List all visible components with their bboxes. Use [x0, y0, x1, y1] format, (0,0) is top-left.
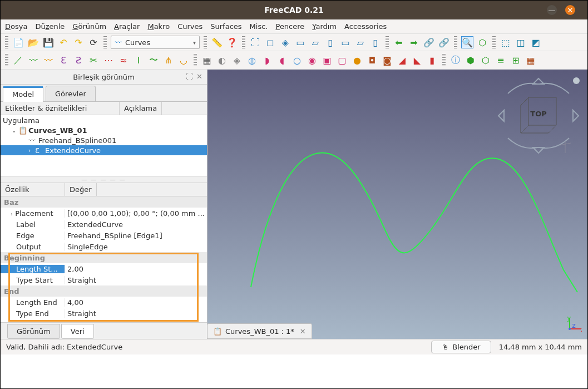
solid-icon[interactable]: ⬢: [465, 54, 477, 66]
menu-accessories[interactable]: Accessories: [344, 22, 387, 31]
menu-macro[interactable]: Makro: [147, 22, 170, 31]
minimize-button[interactable]: —: [547, 5, 557, 15]
left-view-icon[interactable]: ▯: [369, 36, 382, 48]
interpolate-icon[interactable]: ⵏ: [132, 54, 145, 66]
gordon-icon[interactable]: ◉: [306, 54, 318, 66]
splitter-handle[interactable]: — — — — —: [1, 176, 207, 183]
close-button[interactable]: ✕: [565, 5, 575, 15]
toolbar-handle[interactable]: [103, 36, 107, 48]
menu-tools[interactable]: Araçlar: [114, 22, 140, 31]
mixed-curve-icon[interactable]: 〰: [42, 54, 55, 66]
curve-on-surf-icon[interactable]: ◡: [177, 54, 190, 66]
zebra-tool-icon[interactable]: ▦: [201, 54, 213, 66]
menu-edit[interactable]: Düzenle: [35, 22, 65, 31]
expand-icon[interactable]: ⛶: [186, 72, 193, 81]
tab-model[interactable]: Model: [3, 86, 43, 102]
tree-row-app[interactable]: Uygulama: [1, 115, 207, 125]
prop-length-end[interactable]: Length End4,00: [1, 297, 207, 308]
tree-row-extended-curve[interactable]: › Ɛ ExtendedCurve: [1, 145, 207, 155]
toolbar-handle[interactable]: [386, 36, 389, 48]
tree-row-doc[interactable]: ⌄ 📋 Curves_WB_01: [1, 125, 207, 135]
part-icon[interactable]: ⬡: [476, 36, 488, 48]
panel-close-icon[interactable]: ✕: [196, 72, 202, 81]
toolbar-handle[interactable]: [5, 36, 8, 48]
info-icon[interactable]: ⓘ: [449, 54, 462, 66]
3d-viewport[interactable]: TOP x y z 📋 Curves_WB_01 : 1* ✕: [207, 70, 587, 339]
segment-surf-icon[interactable]: ▣: [321, 54, 333, 66]
top-view-icon[interactable]: ▱: [309, 36, 322, 48]
discretize-icon[interactable]: ⋯: [102, 54, 115, 66]
sketch-surf-icon[interactable]: ◍: [246, 54, 258, 66]
document-tab[interactable]: 📋 Curves_WB_01 : 1* ✕: [207, 323, 312, 339]
tool-icon2[interactable]: ◘: [366, 54, 378, 66]
undo-icon[interactable]: ↶: [57, 36, 70, 48]
menu-help[interactable]: Yardım: [312, 22, 337, 31]
right-view-icon[interactable]: ▯: [324, 36, 337, 48]
nav-style-button[interactable]: 🖱 Blender: [431, 341, 491, 353]
menu-misc[interactable]: Misc.: [250, 22, 268, 31]
tool-icon4[interactable]: ◢: [396, 54, 408, 66]
prop-type-start[interactable]: Type StartStraight: [1, 274, 207, 285]
prop-edge[interactable]: EdgeFreehand_BSpline [Edge1]: [1, 230, 207, 241]
toolbar-handle[interactable]: [242, 36, 245, 48]
nav-fwd-icon[interactable]: ➡: [408, 36, 420, 48]
part-icon2[interactable]: ◫: [515, 36, 527, 48]
sweep-icon[interactable]: ◗: [261, 54, 273, 66]
iso-view-icon[interactable]: ◈: [279, 36, 291, 48]
blend-curve-icon[interactable]: 〜: [147, 54, 160, 66]
trim-face-icon[interactable]: ◐: [216, 54, 228, 66]
toolbar-handle[interactable]: [204, 36, 207, 48]
prop-header-name[interactable]: Özellik: [1, 183, 65, 196]
tree-row-bspline[interactable]: 〰 Freehand_BSpline001: [1, 135, 207, 145]
fit-all-icon[interactable]: ⛶: [249, 36, 261, 48]
refresh-icon[interactable]: ⟳: [87, 36, 100, 48]
solid-icon2[interactable]: ⬡: [480, 54, 492, 66]
chevron-right-icon[interactable]: ›: [28, 147, 35, 154]
part-icon3[interactable]: ◩: [530, 36, 542, 48]
prop-placement[interactable]: › Placement[(0,00 0,00 1,00); 0,00 °; (0…: [1, 208, 207, 219]
nav-back-icon[interactable]: ⬅: [393, 36, 405, 48]
tool-icon3[interactable]: ◙: [381, 54, 393, 66]
split-curve-icon[interactable]: ✂: [87, 54, 100, 66]
selection-box-icon[interactable]: 🔍: [461, 36, 473, 48]
open-file-icon[interactable]: 📂: [27, 36, 39, 48]
toolbar-handle[interactable]: [442, 54, 446, 66]
close-tab-icon[interactable]: ✕: [300, 327, 306, 336]
menu-curves[interactable]: Curves: [177, 22, 202, 31]
rear-view-icon[interactable]: ▭: [339, 36, 352, 48]
bottom-view-icon[interactable]: ▱: [354, 36, 367, 48]
grid-icon[interactable]: ▦: [525, 54, 537, 66]
front-view-icon[interactable]: ▭: [294, 36, 307, 48]
model-tree[interactable]: Uygulama ⌄ 📋 Curves_WB_01 〰 Freehand_BSp…: [1, 115, 207, 176]
menu-windows[interactable]: Pencere: [275, 22, 304, 31]
tool-icon5[interactable]: ◣: [411, 54, 423, 66]
tab-view[interactable]: Görünüm: [7, 324, 60, 339]
redo-icon[interactable]: ↷: [72, 36, 85, 48]
chevron-down-icon[interactable]: ⌄: [12, 127, 18, 134]
navigation-cube[interactable]: TOP: [494, 74, 583, 163]
line-tool-icon[interactable]: ／: [12, 54, 24, 66]
menu-surfaces[interactable]: Surfaces: [210, 22, 241, 31]
profile-icon[interactable]: ◖: [276, 54, 288, 66]
prop-length-start[interactable]: Length St...2,00: [1, 263, 207, 274]
prop-label[interactable]: LabelExtendedCurve: [1, 219, 207, 230]
workbench-selector[interactable]: 〰 Curves ▾: [111, 36, 200, 49]
prop-type-end[interactable]: Type EndStraight: [1, 308, 207, 319]
whatsthis-icon[interactable]: ❓: [226, 36, 238, 48]
toolbar-handle[interactable]: [492, 36, 496, 48]
prop-header-value[interactable]: Değer: [65, 183, 97, 196]
bspline-surf-icon[interactable]: ⊞: [510, 54, 522, 66]
part-cut-icon[interactable]: ⬚: [500, 36, 512, 48]
prop-output[interactable]: OutputSingleEdge: [1, 241, 207, 252]
compress-icon[interactable]: ▢: [336, 54, 348, 66]
iso-curve-icon[interactable]: ◈: [231, 54, 243, 66]
menu-view[interactable]: Görünüm: [72, 22, 106, 31]
link-icon[interactable]: 🔗: [423, 36, 435, 48]
tab-data[interactable]: Veri: [61, 324, 94, 339]
toolbar-handle[interactable]: [194, 54, 197, 66]
toolbar-handle[interactable]: [5, 54, 8, 66]
editable-spline-icon[interactable]: 〰: [27, 54, 39, 66]
tool-icon[interactable]: ●: [351, 54, 363, 66]
measure-icon[interactable]: 📏: [211, 36, 223, 48]
tree-header-desc[interactable]: Açıklama: [120, 102, 162, 115]
